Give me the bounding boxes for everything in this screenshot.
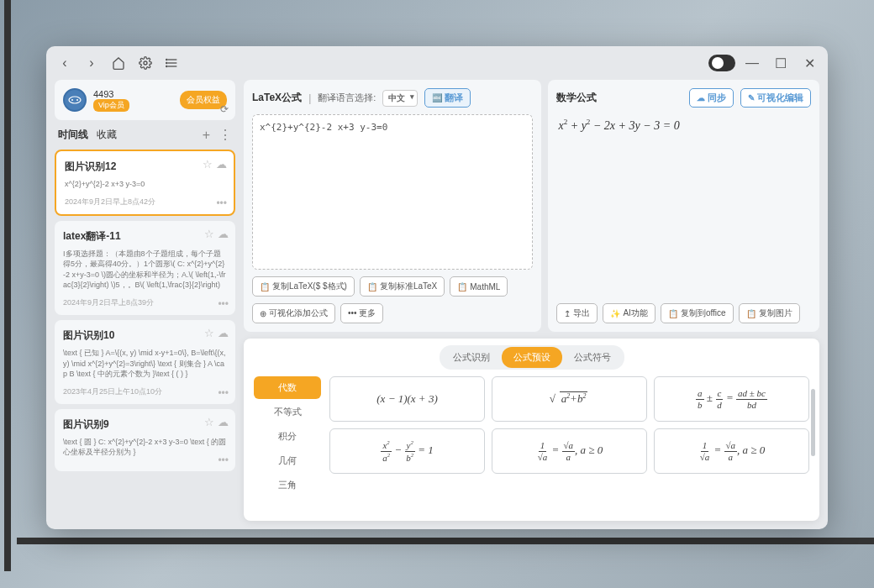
svg-point-7	[69, 97, 81, 103]
svg-point-4	[166, 59, 167, 60]
tab-preset[interactable]: 公式预设	[502, 347, 562, 368]
visual-edit-button[interactable]: ✎ 可视化编辑	[740, 88, 811, 108]
menu-button[interactable]	[161, 51, 184, 75]
tab-timeline[interactable]: 时间线	[58, 128, 88, 142]
edit-icon: ✎	[748, 93, 755, 102]
mathml-button[interactable]: 📋 MathML	[450, 276, 508, 297]
cloud-icon[interactable]: ☁	[218, 228, 229, 240]
svg-point-6	[166, 66, 167, 66]
cloud-icon[interactable]: ☁	[218, 416, 229, 428]
username: 4493	[93, 89, 129, 99]
history-card[interactable]: ☆☁图片识别12x^{2}+y^{2}-2 x+3 y-3=02024年9月2日…	[55, 150, 235, 216]
preset-cell[interactable]: √a2+b2	[492, 376, 647, 422]
preset-cell[interactable]: x2a2 − y2b2 = 1	[329, 428, 485, 474]
category-button[interactable]: 积分	[254, 425, 321, 448]
lang-label: 翻译语言选择:	[318, 92, 376, 104]
math-panel: 数学公式 ☁ 同步 ✎ 可视化编辑 x2 + y2 − 2x + 3y − 3 …	[548, 80, 819, 332]
scrollbar-thumb[interactable]	[811, 389, 815, 456]
cloud-icon[interactable]: ☁	[216, 158, 227, 171]
library-tabs: 公式识别 公式预设 公式符号	[440, 345, 624, 370]
translate-icon: 🔤	[432, 93, 442, 102]
home-button[interactable]	[107, 51, 130, 75]
history-list: ☆☁图片识别12x^{2}+y^{2}-2 x+3 y-3=02024年9月2日…	[55, 150, 235, 521]
history-content: \text { 已知 } A=\{(x, y) \mid x-y+1=0\}, …	[63, 348, 227, 380]
preset-cell[interactable]: (x − 1)(x + 3)	[329, 376, 485, 422]
titlebar: ‹ › — ☐ ✕	[46, 46, 828, 80]
history-more-icon[interactable]: •••	[216, 197, 227, 209]
category-list: 代数不等式积分几何三角	[254, 376, 321, 514]
more-icon[interactable]: ⋮	[218, 127, 232, 143]
history-title: 图片识别10	[63, 328, 227, 343]
more-button[interactable]: ••• 更多	[340, 303, 383, 323]
close-window-button[interactable]: ✕	[798, 51, 821, 75]
svg-point-9	[76, 99, 78, 101]
avatar[interactable]	[63, 88, 87, 112]
main-content: LaTeX公式 | 翻译语言选择: 中文 🔤 翻译 📋 复制LaTeX($ $格…	[244, 80, 819, 521]
latex-textarea[interactable]	[252, 114, 533, 270]
preset-cell[interactable]: 1√a = √aa, a ≥ 0	[654, 428, 809, 474]
dark-mode-toggle[interactable]	[708, 55, 735, 71]
copy-latex-dollar-button[interactable]: 📋 复制LaTeX($ $格式)	[252, 276, 355, 297]
star-icon[interactable]: ☆	[204, 416, 214, 428]
cloud-icon[interactable]: ☁	[218, 327, 229, 339]
svg-point-0	[144, 61, 147, 65]
math-preview: x2 + y2 − 2x + 3y − 3 = 0	[556, 114, 811, 297]
minimize-button[interactable]: —	[740, 51, 764, 75]
visual-add-formula-button[interactable]: ⊕ 可视化添加公式	[252, 303, 335, 323]
history-time: 2024年9月2日早上8点42分	[65, 197, 225, 207]
history-card[interactable]: ☆☁图片识别10\text { 已知 } A=\{(x, y) \mid x-y…	[55, 320, 235, 404]
copy-office-button[interactable]: 📋 复制到office	[661, 303, 734, 323]
category-button[interactable]: 代数	[254, 376, 321, 399]
settings-button[interactable]	[134, 51, 157, 75]
sync-button[interactable]: ☁ 同步	[689, 88, 734, 108]
history-title: 图片识别12	[65, 160, 225, 174]
copy-latex-std-button[interactable]: 📋 复制标准LaTeX	[360, 276, 445, 297]
app-window: ‹ › — ☐ ✕ 449	[46, 46, 828, 529]
translate-button[interactable]: 🔤 翻译	[424, 88, 471, 108]
svg-point-8	[71, 99, 73, 101]
history-content: \text { 圆 } C: x^{2}+y^{2}-2 x+3 y-3=0 \…	[63, 437, 227, 458]
language-select[interactable]: 中文	[382, 90, 418, 107]
add-icon[interactable]: +	[203, 128, 210, 143]
history-more-icon[interactable]: •••	[218, 454, 229, 466]
svg-point-5	[166, 62, 167, 63]
export-button[interactable]: ↥ 导出	[556, 303, 598, 323]
star-icon[interactable]: ☆	[204, 327, 214, 339]
latex-panel-title: LaTeX公式	[252, 91, 302, 105]
tab-symbols[interactable]: 公式符号	[562, 347, 623, 368]
latex-panel: LaTeX公式 | 翻译语言选择: 中文 🔤 翻译 📋 复制LaTeX($ $格…	[244, 80, 541, 332]
preset-cell[interactable]: 1√a = √aa, a ≥ 0	[492, 428, 647, 474]
history-card[interactable]: ☆☁latex翻译-11I多项选择题：（本题由8个子题组成，每个子题得5分，最高…	[55, 221, 235, 315]
history-card[interactable]: ☆☁图片识别9\text { 圆 } C: x^{2}+y^{2}-2 x+3 …	[55, 409, 235, 471]
copy-image-button[interactable]: 📋 复制图片	[739, 303, 800, 323]
preset-grid: (x − 1)(x + 3) √a2+b2 ab ± cd = ad ± bcb…	[329, 376, 809, 514]
category-button[interactable]: 不等式	[254, 401, 321, 423]
nav-back-button[interactable]: ‹	[53, 51, 76, 75]
star-icon[interactable]: ☆	[203, 158, 213, 171]
history-title: latex翻译-11	[63, 229, 227, 244]
star-icon[interactable]: ☆	[204, 228, 214, 240]
tab-favorites[interactable]: 收藏	[97, 128, 117, 142]
category-button[interactable]: 几何	[254, 449, 321, 472]
history-title: 图片识别9	[63, 417, 227, 432]
preset-cell[interactable]: ab ± cd = ad ± bcbd	[654, 376, 809, 422]
vip-badge: Vip会员	[93, 99, 129, 112]
nav-forward-button[interactable]: ›	[80, 51, 103, 75]
timeline-tabs: 时间线 收藏 + ⋮	[55, 127, 235, 143]
refresh-icon[interactable]: ⟳	[220, 103, 229, 115]
history-more-icon[interactable]: •••	[218, 387, 229, 399]
math-panel-title: 数学公式	[556, 91, 597, 105]
sidebar: 4493 Vip会员 会员权益 ⟳ 时间线 收藏 + ⋮ ☆☁图片识别12x^{…	[55, 80, 235, 521]
history-time: 2023年4月25日上午10点10分	[63, 386, 227, 397]
history-content: x^{2}+y^{2}-2 x+3 y-3=0	[65, 179, 225, 190]
category-button[interactable]: 三角	[254, 474, 321, 496]
tab-recognition[interactable]: 公式识别	[441, 347, 502, 368]
profile-card: 4493 Vip会员 会员权益 ⟳	[55, 80, 235, 120]
cloud-icon: ☁	[697, 93, 705, 102]
formula-library-panel: 公式识别 公式预设 公式符号 代数不等式积分几何三角 (x − 1)(x + 3…	[244, 339, 819, 521]
history-more-icon[interactable]: •••	[218, 298, 229, 310]
ai-button[interactable]: ✨ AI功能	[603, 303, 655, 323]
history-content: I多项选择题：（本题由8个子题组成，每个子题得5分，最高得40分。）1个圆形\(…	[63, 249, 227, 291]
history-time: 2024年9月2日早上8点39分	[63, 297, 227, 308]
maximize-button[interactable]: ☐	[769, 51, 792, 75]
